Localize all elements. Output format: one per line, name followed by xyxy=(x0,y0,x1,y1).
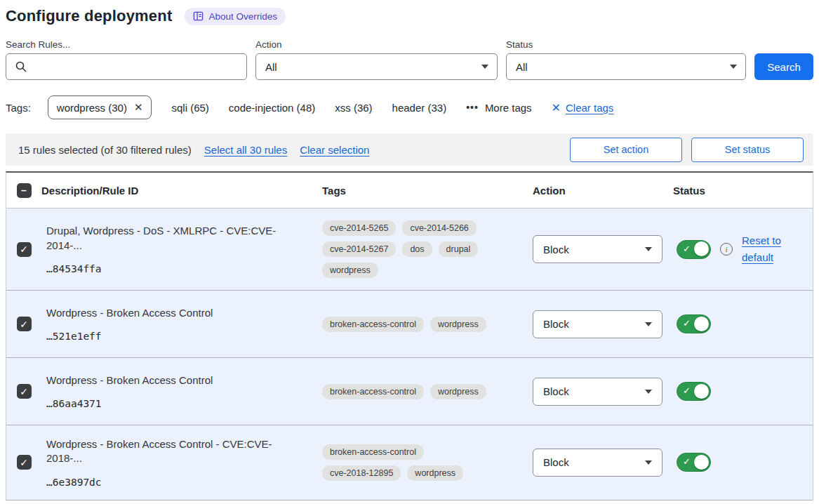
set-action-button[interactable]: Set action xyxy=(570,138,682,162)
tag-pill: cve-2014-5267 xyxy=(322,241,396,257)
status-filter-select[interactable]: All xyxy=(506,53,746,80)
set-status-button[interactable]: Set status xyxy=(691,138,804,162)
info-icon[interactable]: i xyxy=(720,243,733,256)
chevron-down-icon xyxy=(730,65,737,69)
description-cell: Wordpress - Broken Access Control …86aa4… xyxy=(41,373,322,409)
status-toggle[interactable]: ✓ xyxy=(677,314,711,333)
check-icon: ✓ xyxy=(683,385,691,396)
select-all-rules-link[interactable]: Select all 30 rules xyxy=(204,144,287,156)
row-checkbox[interactable]: ✓ xyxy=(17,384,32,399)
rule-tags: broken-access-controlcve-2018-12895wordp… xyxy=(322,444,491,481)
reset-area: i Reset to default xyxy=(720,232,785,266)
select-all-checkbox[interactable]: – xyxy=(17,183,32,198)
check-icon: ✓ xyxy=(683,244,691,254)
tag-filter-xss[interactable]: xss (36) xyxy=(335,102,372,114)
ellipsis-icon: ••• xyxy=(466,102,479,113)
tags-cell: broken-access-controlwordpress xyxy=(322,317,533,332)
table-row: ✓ Wordpress - Broken Access Control …521… xyxy=(6,291,813,358)
table-row: ✓ Wordpress - Broken Access Control …86a… xyxy=(6,358,813,425)
chevron-down-icon xyxy=(645,460,652,465)
action-select[interactable]: Block xyxy=(533,235,662,263)
page-title: Configure deployment xyxy=(6,7,172,25)
page-header: Configure deployment About Overrides xyxy=(6,7,813,25)
tags-cell: broken-access-controlcve-2018-12895wordp… xyxy=(322,444,533,481)
tag-filter-header[interactable]: header (33) xyxy=(392,102,447,114)
rule-description: Wordpress - Broken Access Control xyxy=(46,306,305,320)
action-select-value: Block xyxy=(543,318,569,330)
action-cell: Block xyxy=(533,449,673,477)
toggle-knob xyxy=(694,455,709,470)
more-tags-button[interactable]: ••• More tags xyxy=(466,102,531,114)
search-button[interactable]: Search xyxy=(754,53,813,80)
tag-filter-sqli[interactable]: sqli (65) xyxy=(171,102,208,114)
table-row: ✓ Wordpress - Broken Access Control - CV… xyxy=(6,425,813,500)
action-filter-field: Action All xyxy=(255,39,498,80)
action-cell: Block xyxy=(533,235,673,263)
rule-id: …521e1eff xyxy=(46,331,305,342)
tags-cell: broken-access-controlwordpress xyxy=(322,384,533,399)
row-checkbox[interactable]: ✓ xyxy=(17,242,32,257)
action-select[interactable]: Block xyxy=(533,310,662,338)
tags-bar: Tags: wordpress (30) ✕ sqli (65) code-in… xyxy=(6,95,813,119)
about-overrides-label: About Overrides xyxy=(208,11,277,22)
search-input[interactable] xyxy=(6,53,247,80)
status-toggle[interactable]: ✓ xyxy=(677,382,711,401)
rule-description: Wordpress - Broken Access Control xyxy=(46,373,305,387)
tags-bar-label: Tags: xyxy=(6,102,31,114)
check-icon: ✓ xyxy=(683,318,691,329)
action-select-value: Block xyxy=(543,244,569,256)
tag-pill: wordpress xyxy=(407,465,463,481)
about-overrides-badge[interactable]: About Overrides xyxy=(185,8,286,25)
tag-pill: dos xyxy=(402,241,432,257)
tag-filter-code-injection[interactable]: code-injection (48) xyxy=(229,102,315,114)
search-rules-label: Search Rules... xyxy=(6,39,247,50)
clear-selection-link[interactable]: Clear selection xyxy=(300,144,369,156)
action-select-value: Block xyxy=(543,456,569,468)
action-filter-select[interactable]: All xyxy=(255,53,498,80)
check-icon: ✓ xyxy=(683,456,691,467)
tags-cell: cve-2014-5265cve-2014-5266cve-2014-5267d… xyxy=(322,220,533,278)
row-checkbox[interactable]: ✓ xyxy=(17,455,32,470)
clear-tags-label: Clear tags xyxy=(566,102,613,114)
configure-deployment-page: Configure deployment About Overrides Sea… xyxy=(0,0,819,504)
status-cell: ✓ xyxy=(673,382,813,401)
action-filter-label: Action xyxy=(255,39,498,50)
rule-tags: broken-access-controlwordpress xyxy=(322,317,491,332)
column-header-status: Status xyxy=(673,185,813,197)
remove-tag-icon[interactable]: ✕ xyxy=(134,101,143,114)
status-toggle[interactable]: ✓ xyxy=(677,453,711,472)
table-body: ✓ Drupal, Wordpress - DoS - XMLRPC - CVE… xyxy=(6,208,813,500)
selection-summary: 15 rules selected (of 30 filtered rules) xyxy=(18,144,192,156)
tag-pill: drupal xyxy=(439,241,479,257)
reset-to-default-link[interactable]: Reset to default xyxy=(742,232,785,266)
table-header-row: – Description/Rule ID Tags Action Status xyxy=(6,173,813,208)
action-cell: Block xyxy=(533,310,673,338)
tag-pill: cve-2014-5266 xyxy=(402,220,476,236)
action-select-value: Block xyxy=(543,385,569,397)
rule-description: Drupal, Wordpress - DoS - XMLRPC - CVE:C… xyxy=(46,224,305,253)
status-filter-label: Status xyxy=(506,39,746,50)
action-filter-value: All xyxy=(265,61,277,73)
table-row: ✓ Drupal, Wordpress - DoS - XMLRPC - CVE… xyxy=(6,208,813,291)
more-tags-label: More tags xyxy=(485,102,532,114)
rules-table: – Description/Rule ID Tags Action Status… xyxy=(6,171,813,500)
status-toggle[interactable]: ✓ xyxy=(677,240,711,259)
rule-tags: cve-2014-5265cve-2014-5266cve-2014-5267d… xyxy=(322,220,491,278)
clear-tags-button[interactable]: ✕ Clear tags xyxy=(552,101,614,114)
chevron-down-icon xyxy=(645,322,652,326)
toggle-knob xyxy=(694,384,709,399)
chevron-down-icon xyxy=(481,65,488,69)
column-header-action: Action xyxy=(533,185,673,197)
rule-id: …6e3897dc xyxy=(46,477,305,488)
action-select[interactable]: Block xyxy=(533,449,662,477)
book-icon xyxy=(193,11,204,21)
selected-tag-wordpress[interactable]: wordpress (30) ✕ xyxy=(48,95,152,119)
action-select[interactable]: Block xyxy=(533,378,662,406)
tag-pill: wordpress xyxy=(322,263,378,278)
status-cell: ✓ xyxy=(673,314,813,333)
tag-pill: broken-access-control xyxy=(322,384,424,399)
filters-row: Search Rules... Action All Status All xyxy=(6,39,813,80)
row-checkbox[interactable]: ✓ xyxy=(17,317,32,331)
table-footer-gap xyxy=(6,500,813,504)
tag-pill: broken-access-control xyxy=(322,317,424,332)
